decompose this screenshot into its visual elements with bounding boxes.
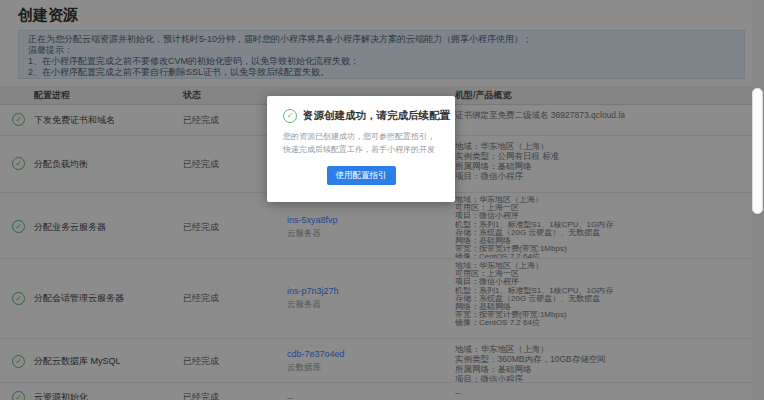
- config-guide-button[interactable]: 使用配置指引: [327, 166, 396, 185]
- modal-title: 资源创建成功，请完成后续配置: [303, 109, 450, 123]
- success-modal: ✓ 资源创建成功，请完成后续配置 您的资源已创建成功，您可参照配置指引，快速完成…: [267, 96, 455, 202]
- modal-title-row: ✓ 资源创建成功，请完成后续配置: [283, 109, 439, 123]
- modal-body: 您的资源已创建成功，您可参照配置指引，快速完成后续配置工作，着手小程序的开发: [283, 131, 439, 156]
- scrollbar-thumb[interactable]: [752, 88, 763, 214]
- success-check-icon: ✓: [283, 109, 297, 123]
